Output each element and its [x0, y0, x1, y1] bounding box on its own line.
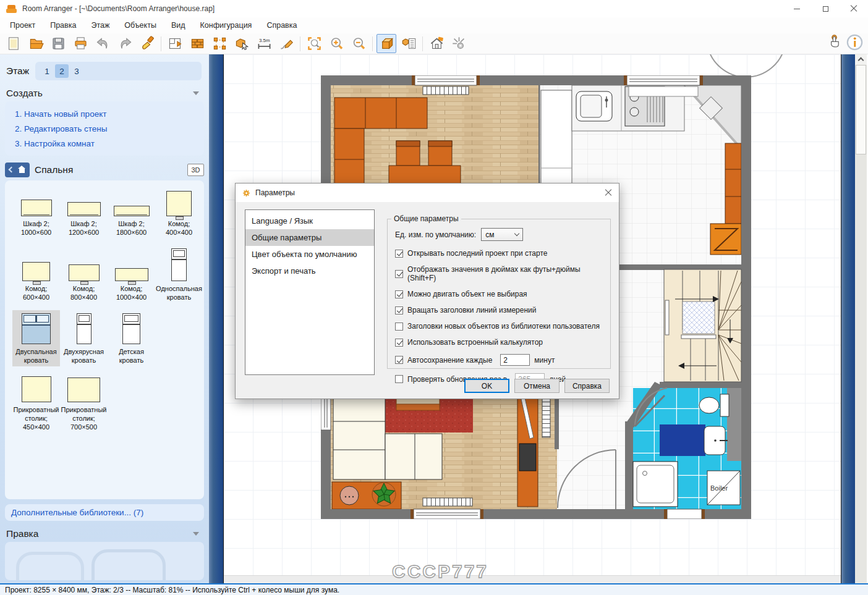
menu-item-7[interactable]: Справка [259, 19, 304, 32]
dialog-close-button[interactable] [598, 184, 619, 202]
hand-pointer-icon[interactable] [826, 34, 843, 53]
measure-button[interactable]: 3.5m [254, 34, 274, 53]
create-step-2[interactable]: 2. Редактировать стены [5, 121, 204, 136]
library-item-10[interactable]: Двухяруснаякровать [60, 310, 108, 366]
open-project-button[interactable] [26, 34, 46, 53]
option-row-6[interactable]: Использовать встроенный калькулятор [395, 338, 610, 347]
option-value-input[interactable] [500, 354, 530, 366]
draw-wall-button[interactable] [276, 34, 296, 53]
save-button[interactable] [48, 34, 68, 53]
create-step-1[interactable]: 1. Начать новый проект [5, 106, 204, 121]
dialog-nav-list: Language / ЯзыкОбщие параметрыЦвет объек… [245, 209, 375, 375]
option-row-4[interactable]: Вращать заголовки линий измерений [395, 306, 610, 314]
view-3d-button[interactable] [377, 34, 396, 53]
create-step-3[interactable]: 3. Настройка комнат [5, 136, 204, 151]
checkbox[interactable] [395, 323, 403, 331]
dialog-nav-item-1[interactable]: Language / Язык [245, 213, 374, 229]
edit-plan-button[interactable] [165, 34, 185, 53]
canvas-frame-right [841, 54, 855, 583]
minimize-button[interactable] [783, 0, 811, 17]
close-button[interactable] [840, 0, 868, 17]
bath-mat [660, 424, 705, 456]
library-item-4[interactable]: Комод;400×400 [155, 188, 203, 238]
kitchen-fridge[interactable] [541, 90, 572, 195]
menu-item-2[interactable]: Правка [43, 19, 83, 32]
library-item-3[interactable]: Шкаф 2;1800×600 [108, 203, 155, 238]
menu-item-1[interactable]: Проект [2, 19, 43, 32]
select-object-button[interactable] [232, 34, 252, 53]
dialog-title-bar[interactable]: Параметры [236, 184, 619, 202]
create-section-header: Создать [6, 88, 43, 99]
checkbox[interactable] [395, 250, 403, 258]
floor-tab-1[interactable]: 1 [40, 64, 54, 78]
house-3d-button[interactable] [427, 34, 446, 53]
floor-tab-2[interactable]: 2 [55, 64, 69, 78]
library-item-11[interactable]: Детскаякровать [108, 310, 155, 366]
collapse-icon[interactable] [193, 91, 199, 95]
library-home-button[interactable] [5, 162, 30, 177]
new-project-button[interactable] [4, 34, 23, 53]
option-row-5[interactable]: Заголовки новых объектов из библиотеки п… [395, 322, 610, 331]
checkbox[interactable] [395, 339, 403, 347]
checkbox[interactable] [395, 356, 403, 364]
library-item-6[interactable]: Комод;800×400 [60, 261, 108, 303]
library-item-9[interactable]: Двуспальнаякровать [12, 310, 60, 366]
scroll-up-button[interactable] [855, 54, 867, 65]
shower-tray [633, 462, 678, 507]
menu-item-3[interactable]: Этаж [83, 19, 117, 32]
library-item-7[interactable]: Комод;1000×400 [108, 265, 155, 303]
paint-button[interactable] [137, 34, 157, 53]
more-libraries-link[interactable]: Дополнительные библиотеки... (7) [5, 504, 204, 521]
staircase[interactable] [664, 269, 741, 382]
library-item-13[interactable]: Прикроватныйстолик;700×500 [60, 374, 108, 433]
zoom-out-button[interactable] [349, 34, 368, 53]
info-icon[interactable] [846, 34, 863, 53]
option-row-7[interactable]: Автосохранение каждыеминут [395, 354, 610, 366]
scrollbar-thumb[interactable] [856, 65, 866, 154]
checkbox[interactable] [395, 375, 403, 383]
ok-button[interactable]: OK [464, 379, 509, 393]
maximize-button[interactable] [811, 0, 840, 17]
unit-select[interactable]: см [481, 228, 523, 241]
object-list-button[interactable] [399, 34, 419, 53]
horizontal-scrollbar[interactable] [224, 575, 841, 583]
help-button[interactable]: Справка [564, 379, 610, 393]
vertical-scrollbar[interactable] [855, 54, 867, 583]
radiator [423, 87, 469, 95]
option-row-3[interactable]: Можно двигать объект не выбирая [395, 290, 610, 298]
option-row-2[interactable]: Отображать значения в дюймах как футы+дю… [395, 265, 610, 282]
toolbar-separator [300, 36, 300, 51]
dialog-nav-item-3[interactable]: Цвет объекта по умолчанию [245, 246, 374, 263]
checkbox[interactable] [395, 306, 403, 314]
view-3d-preview-button[interactable]: 3D [187, 164, 204, 176]
window-title: Room Arranger - [~\Documents\Room Arrang… [22, 4, 215, 13]
stairwell-opening [683, 302, 715, 334]
menu-item-6[interactable]: Конфигурация [193, 19, 260, 32]
transform-button[interactable] [210, 34, 229, 53]
dialog-nav-item-2[interactable]: Общие параметры [245, 229, 374, 246]
maximize-icon [823, 6, 828, 12]
library-item-5[interactable]: Комод;600×400 [12, 259, 60, 303]
collapse-icon[interactable] [193, 532, 199, 536]
library-item-label: Шкаф 2;1800×600 [116, 219, 147, 237]
toolbar-separator [372, 36, 373, 51]
menu-item-4[interactable]: Объекты [117, 19, 164, 32]
checkbox[interactable] [395, 270, 403, 278]
library-item-12[interactable]: Прикроватныйстолик;450×400 [12, 373, 60, 433]
explode-button[interactable] [449, 34, 469, 53]
undo-button[interactable] [93, 34, 113, 53]
wall-bricks-button[interactable] [187, 34, 207, 53]
zoom-in-button[interactable] [326, 34, 346, 53]
checkbox[interactable] [395, 290, 403, 298]
dialog-nav-item-4[interactable]: Экспорт и печать [245, 263, 374, 279]
library-item-8[interactable]: Односпальнаякровать [155, 245, 203, 303]
floor-tab-3[interactable]: 3 [70, 64, 83, 78]
cancel-button[interactable]: Отмена [514, 379, 560, 393]
option-row-1[interactable]: Открывать последний проект при старте [395, 249, 610, 258]
library-item-1[interactable]: Шкаф 2;1000×600 [12, 196, 60, 238]
zoom-selection-button[interactable] [304, 34, 324, 53]
redo-button[interactable] [115, 34, 135, 53]
menu-item-5[interactable]: Вид [164, 19, 193, 32]
library-item-2[interactable]: Шкаф 2;1200×600 [60, 199, 108, 238]
print-button[interactable] [70, 34, 90, 53]
